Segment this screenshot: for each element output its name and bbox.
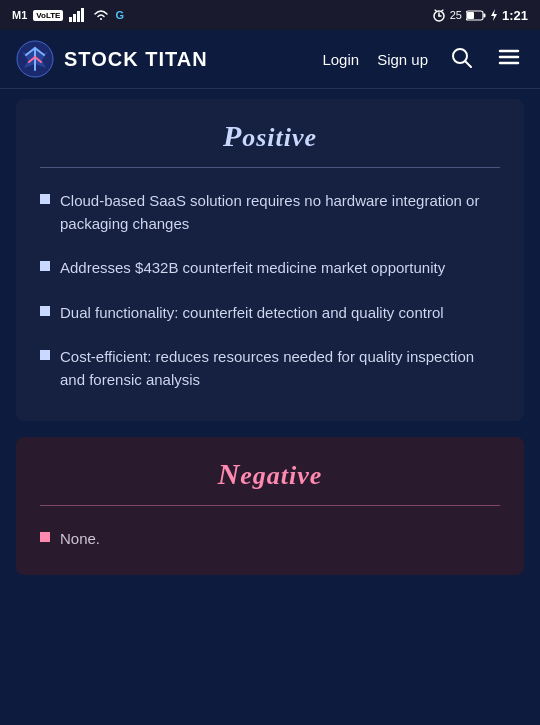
main-content: Positive Cloud-based SaaS solution requi… [0, 89, 540, 585]
svg-line-8 [441, 10, 443, 12]
positive-bullet-item: Cloud-based SaaS solution requires no ha… [40, 190, 500, 235]
battery-label: 25 [450, 9, 462, 21]
search-icon [450, 46, 472, 68]
negative-bullet-list: None. [40, 528, 500, 551]
time-label: 1:21 [502, 8, 528, 23]
status-right: 25 1:21 [432, 8, 528, 23]
positive-bullet-item: Addresses $432B counterfeit medicine mar… [40, 257, 500, 280]
bullet-text: None. [60, 528, 100, 551]
svg-rect-3 [81, 8, 84, 22]
wifi-icon [93, 9, 109, 21]
carrier-label: M1 [12, 9, 27, 21]
bullet-square-icon [40, 194, 50, 204]
positive-divider [40, 167, 500, 168]
positive-bullet-item: Cost-efficient: reduces resources needed… [40, 346, 500, 391]
search-button[interactable] [446, 42, 476, 77]
positive-card: Positive Cloud-based SaaS solution requi… [16, 99, 524, 421]
bullet-text: Cloud-based SaaS solution requires no ha… [60, 190, 500, 235]
svg-rect-1 [73, 14, 76, 22]
hamburger-icon [498, 46, 520, 68]
nav-title: STOCK TITAN [64, 48, 208, 71]
svg-line-7 [435, 10, 437, 12]
negative-title: Negative [40, 457, 500, 491]
bullet-text: Addresses $432B counterfeit medicine mar… [60, 257, 445, 280]
bullet-text: Cost-efficient: reduces resources needed… [60, 346, 500, 391]
battery-icon [466, 10, 486, 21]
bullet-square-icon [40, 350, 50, 360]
bullet-square-neg-icon [40, 532, 50, 542]
svg-rect-10 [467, 12, 474, 19]
negative-divider [40, 505, 500, 506]
menu-button[interactable] [494, 42, 524, 77]
status-bar: M1 VoLTE G 25 [0, 0, 540, 30]
charging-icon [490, 9, 498, 21]
signal-icon [69, 8, 87, 22]
logo-icon [16, 40, 54, 78]
svg-marker-12 [491, 9, 497, 21]
bullet-square-icon [40, 261, 50, 271]
nav-bar: STOCK TITAN Login Sign up [0, 30, 540, 89]
bullet-text: Dual functionality: counterfeit detectio… [60, 302, 444, 325]
nav-logo: STOCK TITAN [16, 40, 208, 78]
volte-badge: VoLTE [33, 10, 63, 21]
bullet-square-icon [40, 306, 50, 316]
positive-bullet-list: Cloud-based SaaS solution requires no ha… [40, 190, 500, 391]
negative-card: Negative None. [16, 437, 524, 575]
negative-bullet-item: None. [40, 528, 500, 551]
nav-links: Login Sign up [322, 42, 524, 77]
positive-bullet-item: Dual functionality: counterfeit detectio… [40, 302, 500, 325]
alarm-icon [432, 8, 446, 22]
svg-rect-0 [69, 17, 72, 22]
signup-link[interactable]: Sign up [377, 51, 428, 68]
svg-rect-11 [483, 13, 485, 17]
positive-title: Positive [40, 119, 500, 153]
login-link[interactable]: Login [322, 51, 359, 68]
status-left: M1 VoLTE G [12, 8, 124, 22]
svg-line-15 [465, 61, 471, 67]
network-g-label: G [115, 9, 124, 21]
svg-rect-2 [77, 11, 80, 22]
